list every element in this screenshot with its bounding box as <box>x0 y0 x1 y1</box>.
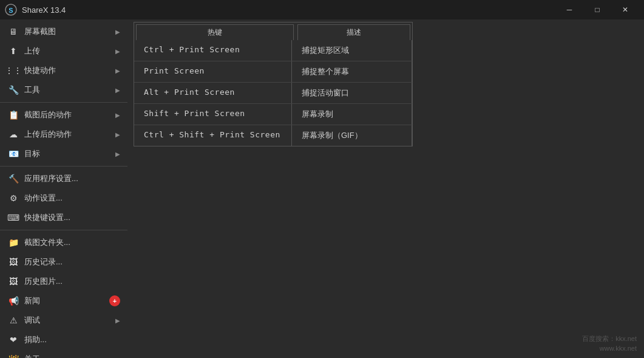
after-upload-label: 上传后的动作 <box>24 129 72 140</box>
menu-item-after-capture[interactable]: 📋截图后的动作▶ <box>0 105 127 125</box>
after-upload-icon: ☁ <box>7 128 19 140</box>
about-label: 关于... <box>24 354 47 358</box>
capture-icon: 🖥 <box>7 26 19 38</box>
after-capture-arrow: ▶ <box>115 112 120 119</box>
hotkey-row-0[interactable]: Ctrl + Print Screen捕捉矩形区域 <box>134 40 412 61</box>
menu-item-hotkey-settings[interactable]: ⌨快捷键设置... <box>0 208 127 227</box>
hotkey-table: Ctrl + Print Screen捕捉矩形区域Print Screen捕捉整… <box>134 40 412 146</box>
watermark-line1: 百度搜索：kkx.net <box>582 334 637 343</box>
hotkey-desc-0: 捕捉矩形区域 <box>292 40 412 61</box>
app-settings-label: 应用程序设置... <box>24 173 78 184</box>
actions-label: 快捷动作 <box>24 65 56 76</box>
hotkey-desc-2: 捕捉活动窗口 <box>292 83 412 103</box>
action-settings-icon: ⚙ <box>7 192 19 204</box>
actions-icon: ⋮⋮ <box>7 64 19 77</box>
capture-label: 屏幕截图 <box>24 26 56 37</box>
upload-label: 上传 <box>24 46 40 57</box>
hotkey-desc-1: 捕捉整个屏幕 <box>292 61 412 82</box>
tools-arrow: ▶ <box>115 87 120 94</box>
hotkey-row-1[interactable]: Print Screen捕捉整个屏幕 <box>134 61 412 83</box>
capture-arrow: ▶ <box>115 29 120 35</box>
menu-item-after-upload[interactable]: ☁上传后的动作▶ <box>0 125 127 144</box>
tools-icon: 🔧 <box>7 84 19 96</box>
history-images-icon: 🖼 <box>7 275 19 287</box>
window-controls: ─ □ ✕ <box>555 0 639 19</box>
title-bar: S ShareX 13.4 ─ □ ✕ <box>0 0 644 19</box>
hotkey-col-header: 热键 <box>136 24 294 40</box>
hotkey-settings-label: 快捷键设置... <box>24 212 70 223</box>
menu-item-upload[interactable]: ⬆上传▶ <box>0 41 127 61</box>
menu-item-target[interactable]: 📧目标▶ <box>0 144 127 164</box>
left-menu: 🖥屏幕截图▶⬆上传▶⋮⋮快捷动作▶🔧工具▶📋截图后的动作▶☁上传后的动作▶📧目标… <box>0 19 127 358</box>
news-badge: + <box>109 295 120 306</box>
hotkey-desc-3: 屏幕录制 <box>292 104 412 125</box>
menu-separator <box>0 230 127 230</box>
upload-arrow: ▶ <box>115 48 120 55</box>
debug-label: 调试 <box>24 315 40 326</box>
tools-label: 工具 <box>24 84 40 95</box>
watermark-line2: www.kkx.net <box>600 345 637 352</box>
svg-text:S: S <box>8 7 13 14</box>
debug-arrow: ▶ <box>115 317 120 324</box>
history-icon: 🖼 <box>7 256 19 268</box>
hotkey-row-3[interactable]: Shift + Print Screen屏幕录制 <box>134 104 412 125</box>
app-settings-icon: 🔨 <box>7 173 19 185</box>
screenshot-folder-icon: 📁 <box>7 236 19 249</box>
maximize-button[interactable]: □ <box>583 0 611 19</box>
hotkey-settings-icon: ⌨ <box>7 212 19 224</box>
menu-item-action-settings[interactable]: ⚙动作设置... <box>0 188 127 208</box>
news-label: 新闻 <box>24 295 40 306</box>
about-icon: 👑 <box>7 353 19 358</box>
action-settings-label: 动作设置... <box>24 193 63 204</box>
actions-arrow: ▶ <box>115 67 120 74</box>
menu-item-news[interactable]: 📢新闻+ <box>0 291 127 311</box>
menu-separator <box>0 166 127 167</box>
after-upload-arrow: ▶ <box>115 131 120 138</box>
history-images-label: 历史图片... <box>24 276 63 287</box>
debug-icon: ⚠ <box>7 314 19 326</box>
menu-item-tools[interactable]: 🔧工具▶ <box>0 80 127 100</box>
menu-item-about[interactable]: 👑关于... <box>0 349 127 358</box>
hotkey-header-row: 热键描述 <box>134 22 412 40</box>
hotkey-popup: 热键描述Ctrl + Print Screen捕捉矩形区域Print Scree… <box>134 22 413 146</box>
menu-item-screenshot-folder[interactable]: 📁截图文件夹... <box>0 233 127 252</box>
close-button[interactable]: ✕ <box>611 0 639 19</box>
donate-icon: ❤ <box>7 334 19 346</box>
screenshot-folder-label: 截图文件夹... <box>24 237 70 248</box>
app-logo: S <box>5 4 17 16</box>
donate-label: 捐助... <box>24 334 47 345</box>
menu-item-donate[interactable]: ❤捐助... <box>0 330 127 349</box>
app-title: ShareX 13.4 <box>22 5 555 15</box>
hotkey-desc-4: 屏幕录制（GIF） <box>292 125 412 146</box>
hotkey-key-0: Ctrl + Print Screen <box>134 40 292 61</box>
history-label: 历史记录... <box>24 256 63 267</box>
menu-item-history[interactable]: 🖼历史记录... <box>0 252 127 272</box>
hotkey-key-2: Alt + Print Screen <box>134 83 292 103</box>
menu-item-debug[interactable]: ⚠调试▶ <box>0 311 127 330</box>
hotkey-row-4[interactable]: Ctrl + Shift + Print Screen屏幕录制（GIF） <box>134 125 412 146</box>
after-capture-icon: 📋 <box>7 109 19 121</box>
news-icon: 📢 <box>7 295 19 307</box>
target-label: 目标 <box>24 148 40 159</box>
menu-item-capture[interactable]: 🖥屏幕截图▶ <box>0 22 127 41</box>
hotkey-key-3: Shift + Print Screen <box>134 104 292 125</box>
hotkey-row-2[interactable]: Alt + Print Screen捕捉活动窗口 <box>134 83 412 104</box>
menu-item-actions[interactable]: ⋮⋮快捷动作▶ <box>0 61 127 80</box>
menu-item-history-images[interactable]: 🖼历史图片... <box>0 272 127 291</box>
after-capture-label: 截图后的动作 <box>24 109 72 120</box>
hotkey-key-1: Print Screen <box>134 61 292 82</box>
hotkey-key-4: Ctrl + Shift + Print Screen <box>134 125 292 146</box>
target-arrow: ▶ <box>115 151 120 157</box>
menu-separator <box>0 102 127 103</box>
upload-icon: ⬆ <box>7 45 19 57</box>
hotkey-desc-header: 描述 <box>297 24 410 40</box>
target-icon: 📧 <box>7 148 19 160</box>
minimize-button[interactable]: ─ <box>555 0 583 19</box>
menu-item-app-settings[interactable]: 🔨应用程序设置... <box>0 169 127 188</box>
